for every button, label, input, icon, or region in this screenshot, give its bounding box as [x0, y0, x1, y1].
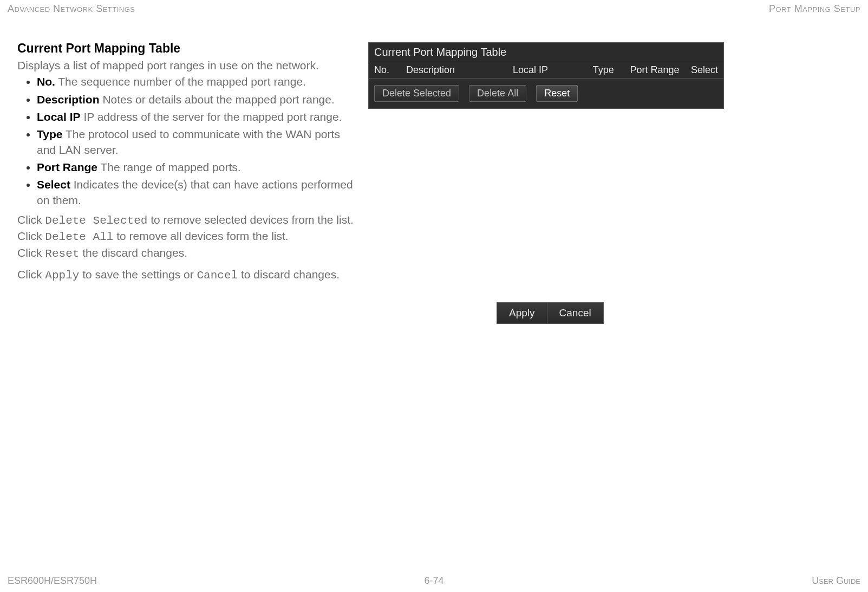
- desc-description: Notes or details about the mapped port r…: [102, 93, 334, 106]
- definition-list: No. The sequence number of the mapped po…: [17, 74, 358, 208]
- term-select: Select: [37, 178, 70, 191]
- col-description: Description: [406, 64, 513, 76]
- apply-button[interactable]: Apply: [497, 303, 547, 323]
- term-type: Type: [37, 128, 62, 140]
- table-header-row: No. Description Local IP Type Port Range…: [369, 62, 723, 79]
- term-port-range: Port Range: [37, 161, 97, 173]
- desc-select: Indicates the device(s) that can have ac…: [37, 178, 353, 206]
- col-port-range: Port Range: [630, 64, 689, 76]
- desc-port-range: The range of mapped ports.: [100, 161, 240, 173]
- footer-page-number: 6-74: [424, 575, 443, 587]
- desc-type: The protocol used to communicate with th…: [37, 128, 340, 155]
- term-description: Description: [37, 93, 100, 106]
- footer-model: ESR600H/ESR750H: [8, 575, 97, 587]
- table-button-row: Delete Selected Delete All Reset: [369, 79, 723, 108]
- cancel-button[interactable]: Cancel: [547, 303, 603, 323]
- content-column: Current Port Mapping Table Displays a li…: [17, 40, 358, 284]
- col-local-ip: Local IP: [513, 64, 593, 76]
- reset-command: Reset: [45, 248, 79, 260]
- col-select: Select: [689, 64, 718, 76]
- cancel-command: Cancel: [197, 269, 238, 282]
- delete-all-button[interactable]: Delete All: [469, 85, 526, 102]
- term-local-ip: Local IP: [37, 110, 81, 123]
- reset-instruction: Click Reset the discard changes.: [17, 245, 358, 262]
- apply-cancel-panel: Apply Cancel: [497, 302, 604, 324]
- delete-selected-instruction: Click Delete Selected to remove selected…: [17, 212, 358, 229]
- list-item: Local IP IP address of the server for th…: [37, 109, 358, 125]
- col-no: No.: [374, 64, 406, 76]
- section-title: Current Port Mapping Table: [17, 40, 358, 57]
- click-word: Click: [17, 213, 45, 226]
- delete-selected-command: Delete Selected: [45, 214, 147, 227]
- reset-rest: the discard changes.: [79, 246, 187, 259]
- apply-rest: to discard changes.: [238, 268, 340, 281]
- list-item: Select Indicates the device(s) that can …: [37, 177, 358, 208]
- desc-local-ip: IP address of the server for the mapped …: [83, 110, 342, 123]
- click-word: Click: [17, 230, 45, 242]
- table-title: Current Port Mapping Table: [369, 43, 723, 62]
- col-type: Type: [593, 64, 630, 76]
- apply-command: Apply: [45, 269, 79, 282]
- click-word: Click: [17, 268, 45, 281]
- list-item: Description Notes or details about the m…: [37, 92, 358, 107]
- header-section-left: Advanced Network Settings: [8, 3, 135, 15]
- delete-all-instruction: Click Delete All to remove all devices f…: [17, 229, 358, 245]
- port-mapping-table-panel: Current Port Mapping Table No. Descripti…: [368, 42, 724, 109]
- desc-no: The sequence number of the mapped port r…: [58, 75, 306, 88]
- footer-doc-type: User Guide: [812, 575, 860, 587]
- delete-selected-rest: to remove selected devices from the list…: [147, 213, 354, 226]
- section-subtitle: Displays a list of mapped port ranges in…: [17, 58, 358, 73]
- apply-cancel-instruction: Click Apply to save the settings or Canc…: [17, 267, 358, 283]
- list-item: Type The protocol used to communicate wi…: [37, 127, 358, 158]
- header-section-right: Port Mapping Setup: [769, 3, 860, 15]
- list-item: No. The sequence number of the mapped po…: [37, 74, 358, 89]
- click-word: Click: [17, 246, 45, 259]
- delete-selected-button[interactable]: Delete Selected: [374, 85, 459, 102]
- delete-all-rest: to remove all devices form the list.: [113, 230, 288, 242]
- reset-button[interactable]: Reset: [536, 85, 578, 102]
- list-item: Port Range The range of mapped ports.: [37, 160, 358, 175]
- apply-mid: to save the settings or: [79, 268, 197, 281]
- delete-all-command: Delete All: [45, 231, 113, 243]
- term-no: No.: [37, 75, 55, 88]
